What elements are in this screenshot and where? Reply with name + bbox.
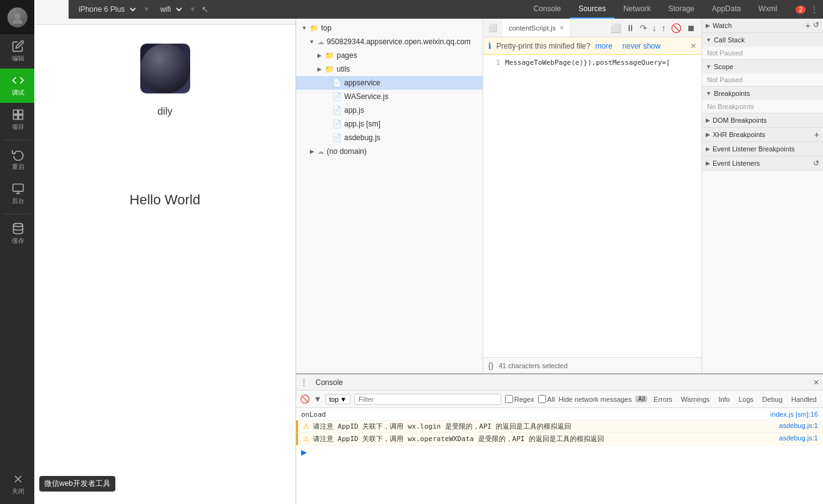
event-listener-bp-header[interactable]: ▶ Event Listener Breakpoints — [702, 142, 823, 156]
dom-bp-label: DOM Breakpoints — [713, 116, 767, 124]
ft-item-appservice[interactable]: 📄 appservice — [296, 76, 483, 90]
network-select[interactable]: wifi — [155, 3, 184, 16]
sidebar-item-restart[interactable]: 重启 — [0, 143, 34, 177]
ft-item-nodomain[interactable]: ▶ ☁ (no domain) — [296, 145, 483, 158]
msg-link-onload[interactable]: index.js [sm]:16 — [771, 411, 818, 418]
msg-text-onload: onLoad — [301, 411, 767, 419]
editor-action-pause[interactable]: ⏸ — [625, 22, 636, 34]
info-btn[interactable]: Info — [716, 396, 732, 403]
filter-input[interactable] — [354, 394, 501, 405]
hide-network-checkbox[interactable] — [538, 395, 546, 403]
ft-label-top: top — [321, 24, 332, 32]
console-tab-label[interactable]: Console — [312, 378, 347, 387]
msg-link-warn2[interactable]: asdebug.js:1 — [779, 434, 818, 442]
callstack-section: ▼ Call Stack Not Paused — [702, 33, 823, 60]
ft-item-domain[interactable]: ▼ ☁ 950829344.appservice.open.weixin.qq.… — [296, 35, 483, 49]
sidebar-item-debug[interactable]: 调试 — [0, 69, 34, 103]
watch-section-header[interactable]: ▶ Watch + ↺ — [702, 19, 823, 32]
avatar[interactable] — [7, 7, 27, 27]
sidebar-item-edit[interactable]: 编辑 — [0, 34, 34, 69]
msg-link-warn1[interactable]: asdebug.js:1 — [779, 422, 818, 429]
sidebar-item-close[interactable]: 关闭 — [0, 467, 34, 502]
all-badge[interactable]: All — [635, 396, 647, 402]
editor-tab-close[interactable]: ✕ — [559, 24, 564, 31]
editor-action-step-out[interactable]: ↑ — [660, 22, 667, 34]
editor-jump-btn[interactable]: ⬜ — [486, 22, 500, 34]
cursor-icon: ↖ — [201, 4, 209, 14]
braces-icon[interactable]: {} — [488, 361, 494, 370]
ft-item-asdebug[interactable]: 📄 asdebug.js — [296, 131, 483, 145]
ft-item-pages[interactable]: ▶ 📁 pages — [296, 49, 483, 62]
ft-item-appjs[interactable]: 📄 app.js — [296, 103, 483, 117]
watch-label: Watch — [713, 22, 732, 29]
top-tab-console[interactable]: Console — [525, 0, 570, 19]
ft-item-waservice[interactable]: 📄 WAService.js — [296, 90, 483, 103]
ft-item-appjs-sm[interactable]: 📄 app.js [sm] — [296, 117, 483, 131]
breakpoints-body: No Breakpoints — [702, 100, 823, 113]
svg-rect-5 — [19, 115, 23, 120]
callstack-section-header[interactable]: ▼ Call Stack — [702, 33, 823, 47]
errors-btn[interactable]: Errors — [651, 396, 675, 403]
logs-btn[interactable]: Logs — [736, 396, 756, 403]
top-tab-sources[interactable]: Sources — [570, 0, 615, 19]
console-prompt: ▶ — [296, 445, 823, 459]
callstack-status: Not Paused — [707, 49, 743, 57]
filter-icon-btn[interactable]: ▼ — [314, 394, 322, 404]
top-tab-appdata[interactable]: AppData — [703, 0, 750, 19]
more-options-btn[interactable]: ⋮ — [811, 5, 818, 14]
warnings-btn[interactable]: Warnings — [678, 396, 712, 403]
debug-btn[interactable]: Debug — [760, 396, 785, 403]
event-listeners-refresh[interactable]: ↺ — [813, 159, 819, 168]
context-selector[interactable]: top ▼ — [325, 394, 350, 404]
phone-preview: WeChat dily Hello World 微信web开发者工具 — [34, 0, 296, 504]
console-msg-onload: onLoad index.js [sm]:16 — [296, 409, 823, 421]
console-close-btn[interactable]: ✕ — [813, 378, 819, 387]
editor-action-step-over[interactable]: ↷ — [638, 22, 648, 34]
editor-action-stop[interactable]: ⏹ — [685, 22, 696, 34]
event-listeners-section: ▶ Event Listeners ↺ — [702, 156, 823, 171]
editor-action-step-into[interactable]: ↓ — [651, 22, 658, 34]
sidebar-item-backend[interactable]: 后台 — [0, 177, 34, 211]
xhr-bp-header[interactable]: ▶ XHR Breakpoints + — [702, 128, 823, 141]
hide-network-text: All — [547, 396, 555, 403]
info-close-btn[interactable]: ✕ — [690, 42, 696, 50]
editor-tab-contentscript[interactable]: contentScript.js ✕ — [503, 19, 571, 37]
info-bar: ℹ Pretty-print this minified file? more … — [483, 37, 701, 55]
device-select[interactable]: iPhone 6 Plus — [74, 3, 138, 16]
console-msg-warn1: ⚠ 请注意 AppID 关联下，调用 wx.login 是受限的，API 的返回… — [296, 421, 823, 433]
sidebar-item-project[interactable]: 项目 — [0, 103, 34, 137]
clear-console-btn[interactable]: 🚫 — [300, 394, 310, 404]
editor-action-jump[interactable]: ⬜ — [609, 22, 622, 34]
console-more-btn[interactable]: ⋮ — [300, 378, 308, 387]
debugger-panel: ▶ Watch + ↺ — [701, 19, 823, 373]
xhr-bp-add-btn[interactable]: + — [814, 130, 819, 140]
scope-section-header[interactable]: ▼ Scope — [702, 60, 823, 74]
top-tab-network[interactable]: Network — [615, 0, 660, 19]
sidebar-item-cache[interactable]: 缓存 — [0, 217, 34, 251]
svg-point-1 — [12, 19, 22, 24]
top-tab-storage[interactable]: Storage — [660, 0, 703, 19]
watch-add-btn[interactable]: + — [806, 21, 811, 31]
msg-text-warn2: 请注意 AppID 关联下，调用 wx.operateWXData 是受限的，A… — [313, 434, 776, 444]
breakpoints-section-header[interactable]: ▼ Breakpoints — [702, 87, 823, 100]
event-listeners-header[interactable]: ▶ Event Listeners ↺ — [702, 156, 823, 170]
editor-action-deactivate[interactable]: 🚫 — [670, 22, 683, 34]
regex-checkbox-label[interactable]: Regex — [505, 395, 534, 403]
svg-point-0 — [14, 13, 21, 19]
ft-item-utils[interactable]: ▶ 📁 utils — [296, 62, 483, 76]
regex-checkbox[interactable] — [505, 395, 513, 403]
editor-tabs-bar: ⬜ contentScript.js ✕ ⬜ ⏸ ↷ — [483, 19, 701, 37]
dom-bp-header[interactable]: ▶ DOM Breakpoints — [702, 113, 823, 127]
top-tab-wxml[interactable]: Wxml — [749, 0, 786, 19]
hide-network-label[interactable]: All — [538, 395, 555, 403]
sidebar-label-edit: 编辑 — [12, 54, 24, 63]
code-area[interactable]: 1 MessageToWebPage(e)}),postMessageQuery… — [483, 55, 701, 357]
sidebar-label-restart: 重启 — [12, 163, 24, 171]
handled-btn[interactable]: Handled — [789, 396, 819, 403]
breakpoints-section: ▼ Breakpoints No Breakpoints — [702, 87, 823, 113]
info-more-link[interactable]: more — [595, 42, 612, 50]
info-never-link[interactable]: never show — [622, 42, 660, 50]
ft-label-appjs-sm: app.js [sm] — [344, 120, 380, 128]
ft-item-top[interactable]: ▼ 📁 top — [296, 21, 483, 35]
watch-refresh-btn[interactable]: ↺ — [813, 21, 819, 31]
